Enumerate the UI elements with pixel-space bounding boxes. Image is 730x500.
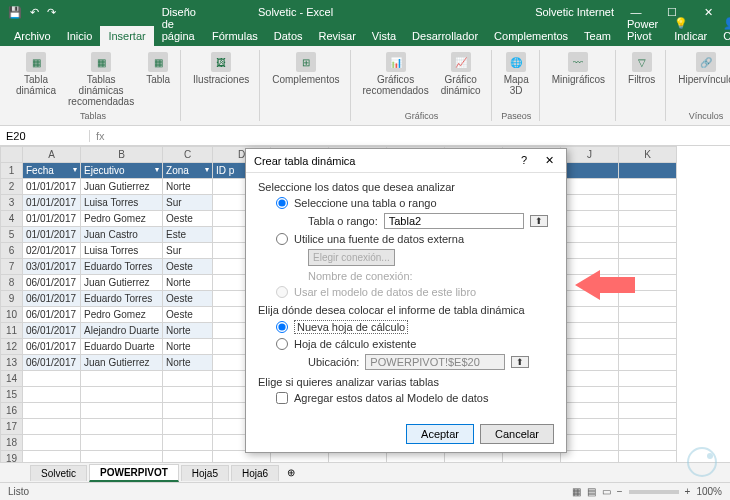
zoom-in-button[interactable]: + (685, 486, 691, 497)
row-header[interactable]: 15 (1, 387, 23, 403)
cell[interactable]: 06/01/2017 (23, 355, 81, 371)
sheet-tab-powerpivot[interactable]: POWERPIVOT (89, 464, 179, 482)
cell[interactable] (619, 435, 677, 451)
tab-team[interactable]: Team (576, 26, 619, 46)
tab-vista[interactable]: Vista (364, 26, 404, 46)
row-header[interactable]: 13 (1, 355, 23, 371)
pivot-table-button[interactable]: ▦Tabla dinámica (12, 50, 60, 109)
cell[interactable] (619, 227, 677, 243)
cell[interactable] (561, 403, 619, 419)
row-header[interactable]: 6 (1, 243, 23, 259)
cell[interactable]: Oeste (163, 307, 213, 323)
cell[interactable] (81, 403, 163, 419)
cell[interactable] (561, 307, 619, 323)
sheet-tab-hoja6[interactable]: Hoja6 (231, 465, 279, 481)
cell[interactable]: Oeste (163, 291, 213, 307)
cell[interactable] (163, 419, 213, 435)
cell[interactable] (619, 419, 677, 435)
cell[interactable]: 01/01/2017 (23, 211, 81, 227)
recommended-charts-button[interactable]: 📊Gráficos recomendados (359, 50, 433, 98)
cell[interactable] (619, 195, 677, 211)
pivot-chart-button[interactable]: 📈Gráfico dinámico (437, 50, 485, 98)
table-header-cell[interactable] (619, 163, 677, 179)
cell[interactable]: Juan Gutierrez (81, 179, 163, 195)
cell[interactable] (561, 355, 619, 371)
table-header-cell[interactable]: Ejecutivo▾ (81, 163, 163, 179)
cell[interactable] (81, 435, 163, 451)
cell[interactable] (561, 435, 619, 451)
cell[interactable] (561, 419, 619, 435)
cell[interactable] (163, 403, 213, 419)
cell[interactable]: 01/01/2017 (23, 227, 81, 243)
sheet-tab-hoja5[interactable]: Hoja5 (181, 465, 229, 481)
view-normal-icon[interactable]: ▦ (572, 486, 581, 497)
cell[interactable]: Alejandro Duarte (81, 323, 163, 339)
radio-select-table[interactable] (276, 197, 288, 209)
tab-insertar[interactable]: Insertar (100, 26, 153, 46)
cell[interactable] (619, 339, 677, 355)
row-header[interactable]: 11 (1, 323, 23, 339)
cell[interactable]: Juan Castro (81, 227, 163, 243)
tab-archivo[interactable]: Archivo (6, 26, 59, 46)
fx-icon[interactable]: fx (96, 130, 105, 142)
row-header[interactable]: 1 (1, 163, 23, 179)
add-sheet-button[interactable]: ⊕ (281, 465, 301, 480)
cell[interactable]: Norte (163, 323, 213, 339)
cell[interactable]: 03/01/2017 (23, 259, 81, 275)
recommended-pivot-button[interactable]: ▦Tablas dinámicas recomendadas (64, 50, 138, 109)
cell[interactable]: Norte (163, 275, 213, 291)
cell[interactable] (619, 355, 677, 371)
cell[interactable]: 06/01/2017 (23, 307, 81, 323)
row-header[interactable]: 9 (1, 291, 23, 307)
tab-datos[interactable]: Datos (266, 26, 311, 46)
tab-formulas[interactable]: Fórmulas (204, 26, 266, 46)
row-header[interactable]: 17 (1, 419, 23, 435)
tab-revisar[interactable]: Revisar (311, 26, 364, 46)
dialog-close-button[interactable]: ✕ (541, 154, 558, 167)
view-layout-icon[interactable]: ▤ (587, 486, 596, 497)
cell[interactable] (619, 243, 677, 259)
cell[interactable]: 06/01/2017 (23, 323, 81, 339)
cell[interactable]: 06/01/2017 (23, 275, 81, 291)
radio-new-sheet[interactable] (276, 321, 288, 333)
col-header[interactable]: K (619, 147, 677, 163)
tab-powerpivot[interactable]: Power Pivot (619, 14, 666, 46)
cell[interactable]: 01/01/2017 (23, 195, 81, 211)
row-header[interactable]: 3 (1, 195, 23, 211)
cell[interactable] (23, 371, 81, 387)
tab-inicio[interactable]: Inicio (59, 26, 101, 46)
table-header-cell[interactable]: Fecha▾ (23, 163, 81, 179)
cell[interactable] (23, 403, 81, 419)
save-icon[interactable]: 💾 (8, 6, 22, 19)
cell[interactable]: Este (163, 227, 213, 243)
cell[interactable] (619, 179, 677, 195)
row-header[interactable]: 8 (1, 275, 23, 291)
cell[interactable] (619, 371, 677, 387)
hyperlink-button[interactable]: 🔗Hipervínculo (674, 50, 730, 87)
row-header[interactable]: 4 (1, 211, 23, 227)
cell[interactable] (163, 371, 213, 387)
cell[interactable] (619, 323, 677, 339)
cell[interactable] (619, 211, 677, 227)
view-break-icon[interactable]: ▭ (602, 486, 611, 497)
cell[interactable] (561, 323, 619, 339)
cell[interactable]: Sur (163, 195, 213, 211)
row-header[interactable]: 14 (1, 371, 23, 387)
cell[interactable]: Pedro Gomez (81, 211, 163, 227)
illustrations-button[interactable]: 🖼Ilustraciones (189, 50, 253, 87)
cell[interactable]: 02/01/2017 (23, 243, 81, 259)
radio-external[interactable] (276, 233, 288, 245)
cell[interactable] (81, 387, 163, 403)
cell[interactable] (561, 195, 619, 211)
undo-icon[interactable]: ↶ (30, 6, 39, 19)
check-add-model[interactable] (276, 392, 288, 404)
cell[interactable]: Eduardo Torres (81, 291, 163, 307)
cell[interactable] (163, 387, 213, 403)
cell[interactable] (619, 403, 677, 419)
cell[interactable]: Norte (163, 179, 213, 195)
cell[interactable]: Pedro Gomez (81, 307, 163, 323)
redo-icon[interactable]: ↷ (47, 6, 56, 19)
cell[interactable]: 06/01/2017 (23, 291, 81, 307)
cell[interactable] (81, 419, 163, 435)
cell[interactable] (561, 211, 619, 227)
